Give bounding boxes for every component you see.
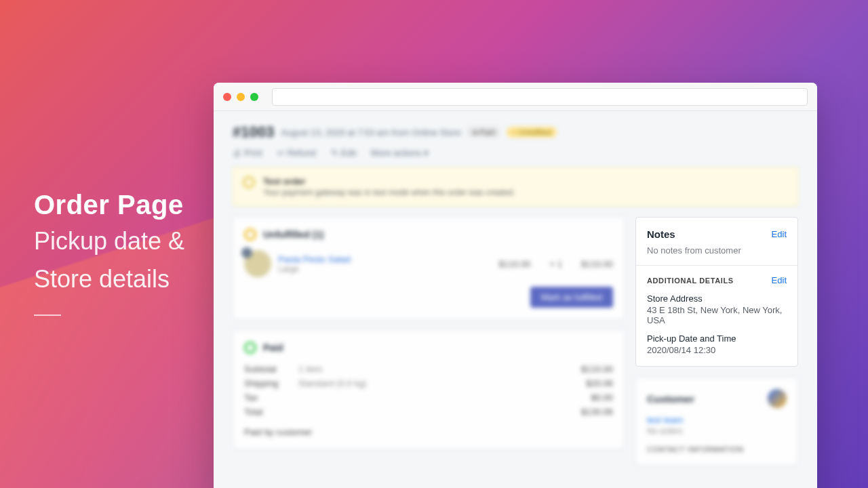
window-titlebar	[214, 83, 817, 111]
notes-edit-link[interactable]: Edit	[772, 229, 787, 239]
mark-fulfilled-button[interactable]: Mark as fulfilled	[530, 287, 613, 308]
notes-card: Notes Edit No notes from customer ADDITI…	[635, 217, 798, 367]
unit-price: $110.00	[499, 259, 531, 269]
refund-button[interactable]: ↩ Refund	[277, 148, 316, 158]
left-column: Unfulfilled (1) Pasta Pesto Salad Large …	[233, 217, 625, 465]
divider	[636, 265, 797, 266]
order-header: #1003 August 13, 2020 at 7:53 am from On…	[233, 123, 798, 141]
paid-title: Paid	[263, 342, 283, 353]
close-icon[interactable]	[223, 93, 231, 101]
order-meta: August 13, 2020 at 7:53 am from Online S…	[281, 127, 460, 138]
paid-card: Paid Subtotal1 item$110.00 ShippingStand…	[233, 330, 625, 449]
print-button[interactable]: 🖨 Print	[233, 148, 262, 158]
product-variant: Large	[278, 264, 351, 274]
line-item: Pasta Pesto Salad Large $110.00 × 1 $110…	[244, 250, 613, 277]
avatar	[768, 389, 787, 408]
browser-window: #1003 August 13, 2020 at 7:53 am from On…	[214, 83, 817, 488]
product-name[interactable]: Pasta Pesto Salad	[278, 254, 351, 264]
test-order-banner: Test order Your payment gateway was in t…	[233, 167, 798, 206]
warning-icon	[243, 176, 255, 188]
customer-name[interactable]: test team	[647, 415, 787, 425]
contact-info-title: CONTACT INFORMATION	[647, 445, 787, 453]
notes-title: Notes	[647, 228, 675, 240]
marketing-line2: Store details	[34, 262, 184, 296]
customer-title: Customer	[647, 393, 694, 405]
order-id: #1003	[233, 123, 274, 141]
more-actions-button[interactable]: More actions ▾	[371, 148, 429, 158]
badge-paid: ● Paid	[467, 127, 500, 138]
right-column: Notes Edit No notes from customer ADDITI…	[635, 217, 798, 465]
banner-title: Test order	[263, 176, 515, 186]
marketing-divider	[34, 314, 61, 316]
store-address-value: 43 E 18th St, New York, New York, USA	[647, 305, 787, 325]
unfulfilled-icon	[244, 228, 256, 241]
pickup-value: 2020/08/14 12:30	[647, 345, 787, 355]
store-address-label: Store Address	[647, 293, 787, 304]
totals: Subtotal1 item$110.00 ShippingStandard (…	[244, 362, 613, 419]
quantity: × 1	[550, 259, 562, 269]
edit-button[interactable]: ✎ Edit	[331, 148, 356, 158]
page-content: #1003 August 13, 2020 at 7:53 am from On…	[214, 111, 817, 477]
fulfillment-card: Unfulfilled (1) Pasta Pesto Salad Large …	[233, 217, 625, 319]
maximize-icon[interactable]	[250, 93, 258, 101]
additional-details-title: ADDITIONAL DETAILS	[647, 277, 734, 285]
columns: Unfulfilled (1) Pasta Pesto Salad Large …	[233, 217, 798, 465]
banner-text: Your payment gateway was in test mode wh…	[263, 188, 515, 197]
customer-orders: No orders	[647, 426, 787, 436]
additional-details-edit-link[interactable]: Edit	[772, 275, 787, 285]
marketing-title: Order Page	[34, 190, 184, 220]
order-actions: 🖨 Print ↩ Refund ✎ Edit More actions ▾	[233, 148, 798, 158]
marketing-copy: Order Page Pickup date & Store details	[34, 190, 184, 316]
pickup-label: Pick-up Date and Time	[647, 333, 787, 344]
url-bar[interactable]	[272, 88, 808, 106]
line-total: $110.00	[581, 259, 613, 269]
customer-card: Customer test team No orders CONTACT INF…	[635, 378, 798, 465]
notes-body: No notes from customer	[647, 245, 787, 256]
paid-by: Paid by customer	[244, 427, 613, 437]
badge-unfulfilled: ○ Unfulfilled	[507, 127, 557, 138]
marketing-line1: Pickup date &	[34, 224, 184, 258]
blurred-header-region: #1003 August 13, 2020 at 7:53 am from On…	[233, 123, 798, 206]
minimize-icon[interactable]	[237, 93, 245, 101]
product-thumbnail	[244, 250, 271, 277]
fulfillment-title: Unfulfilled (1)	[244, 228, 613, 241]
paid-icon	[244, 342, 256, 354]
